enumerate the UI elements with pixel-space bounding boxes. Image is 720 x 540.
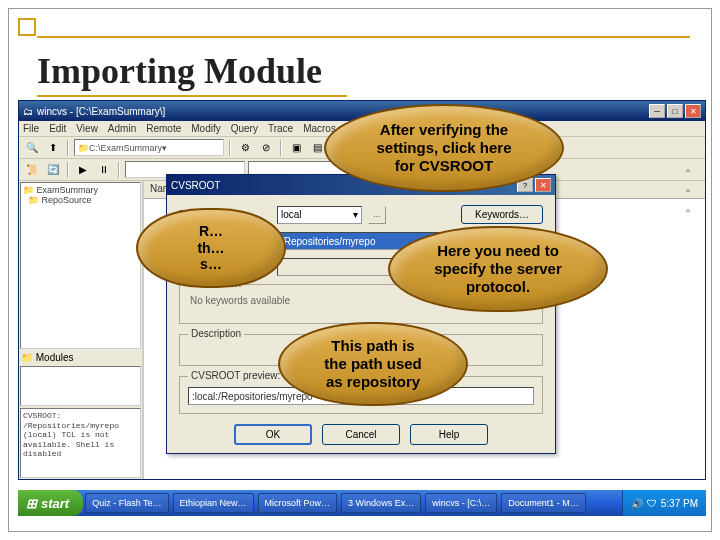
task-item[interactable]: Document1 - M… <box>501 493 586 513</box>
menu-view[interactable]: View <box>76 123 98 134</box>
callout-left: R…th…s… <box>136 208 286 288</box>
hide-icon[interactable]: ⊘ <box>257 139 275 157</box>
explore-icon[interactable]: 🔍 <box>23 139 41 157</box>
protocol-extra-button[interactable]: … <box>368 206 386 224</box>
left-pane: 📁 ExamSummary 📁 RepoSource 📁 Modules CVS… <box>19 181 144 479</box>
windows-logo-icon: ⊞ <box>26 496 37 511</box>
help-button[interactable]: Help <box>410 424 488 445</box>
up-icon[interactable]: ⬆ <box>44 139 62 157</box>
protocol-select[interactable]: local▾ <box>277 206 362 224</box>
minimize-button[interactable]: ─ <box>649 104 665 118</box>
right-toolbar: ▫ ▫ ▫ <box>679 161 703 219</box>
ok-button[interactable]: OK <box>234 424 312 445</box>
callout-verify: After verifying the settings, click here… <box>324 104 564 192</box>
modules-label: 📁 Modules <box>19 350 142 365</box>
task-item[interactable]: wincvs - [C:\… <box>425 493 497 513</box>
dialog-close-button[interactable]: ✕ <box>535 178 551 192</box>
slide-title: Importing Module <box>37 50 322 92</box>
description-legend: Description <box>188 328 244 339</box>
maximize-button[interactable]: □ <box>667 104 683 118</box>
refresh-icon[interactable]: 🔄 <box>44 161 62 179</box>
modules-pane[interactable] <box>20 366 141 406</box>
tbtn-e[interactable]: ⏸ <box>95 161 113 179</box>
chevron-down-icon: ▾ <box>353 209 358 220</box>
dialog-title: CVSROOT <box>171 180 220 191</box>
screenshot-area: 🗂 wincvs - [C:\ExamSummary\] ─ □ ✕ File … <box>18 100 706 516</box>
task-item[interactable]: Ethiopian New… <box>173 493 254 513</box>
tbtn-a[interactable]: ▣ <box>287 139 305 157</box>
task-item[interactable]: Microsoft Pow… <box>258 493 338 513</box>
menu-modify[interactable]: Modify <box>191 123 220 134</box>
menu-query[interactable]: Query <box>231 123 258 134</box>
path-breadcrumb[interactable]: 📁 C:\ExamSummary ▾ <box>74 139 224 156</box>
rt-2[interactable]: ▫ <box>679 181 697 199</box>
menu-edit[interactable]: Edit <box>49 123 66 134</box>
tray-icon[interactable]: 🛡 <box>647 498 657 509</box>
corner-ornament <box>18 18 36 36</box>
cancel-button[interactable]: Cancel <box>322 424 400 445</box>
top-rule <box>37 36 690 38</box>
keywords-button[interactable]: Keywords… <box>461 205 543 224</box>
system-tray[interactable]: 🔊 🛡 5:37 PM <box>622 490 706 516</box>
tray-icon[interactable]: 🔊 <box>631 498 643 509</box>
menu-remote[interactable]: Remote <box>146 123 181 134</box>
output-pane[interactable]: CVSROOT: /Repositories/myrepo (local) TC… <box>20 408 141 478</box>
taskbar: ⊞ start Quiz - Flash Te… Ethiopian New… … <box>18 490 706 516</box>
folder-tree[interactable]: 📁 ExamSummary 📁 RepoSource <box>20 182 141 349</box>
filter-icon[interactable]: ⚙ <box>236 139 254 157</box>
menu-trace[interactable]: Trace <box>268 123 293 134</box>
callout-protocol: Here you need to specify the server prot… <box>388 226 608 312</box>
app-icon: 🗂 <box>23 106 33 117</box>
menu-admin[interactable]: Admin <box>108 123 136 134</box>
close-button[interactable]: ✕ <box>685 104 701 118</box>
task-item[interactable]: Quiz - Flash Te… <box>85 493 168 513</box>
callout-path: This path is the path used as repository <box>278 322 468 406</box>
rt-3[interactable]: ▫ <box>679 201 697 219</box>
title-underline <box>37 95 347 97</box>
menu-file[interactable]: File <box>23 123 39 134</box>
task-item[interactable]: 3 Windows Ex… <box>341 493 421 513</box>
preview-legend: CVSROOT preview: <box>188 370 283 381</box>
history-icon[interactable]: 📜 <box>23 161 41 179</box>
clock[interactable]: 5:37 PM <box>661 498 698 509</box>
rt-1[interactable]: ▫ <box>679 161 697 179</box>
window-title: wincvs - [C:\ExamSummary\] <box>37 106 165 117</box>
start-button[interactable]: ⊞ start <box>18 490 83 516</box>
tbtn-d[interactable]: ▶ <box>74 161 92 179</box>
